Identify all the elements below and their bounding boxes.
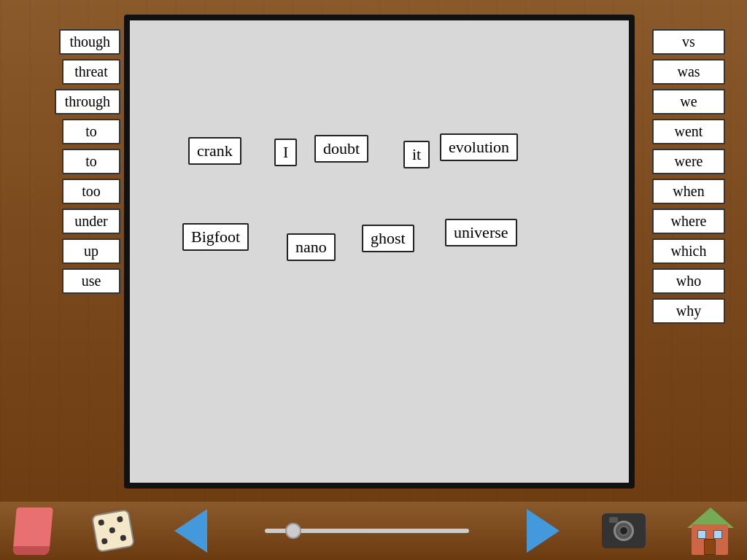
dot3 xyxy=(109,527,115,534)
camera-lens xyxy=(614,521,634,541)
camera-button[interactable] xyxy=(602,513,646,548)
camera-lens-inner xyxy=(619,526,629,536)
tile-I[interactable]: I xyxy=(274,139,297,166)
right-word-was[interactable]: was xyxy=(652,59,725,85)
right-word-went[interactable]: went xyxy=(652,119,725,144)
house-body xyxy=(692,524,728,555)
main-board: crank I doubt it evolution Bigfoot nano … xyxy=(124,15,635,489)
arrow-left-button[interactable] xyxy=(174,509,207,553)
tile-crank[interactable]: crank xyxy=(188,137,241,165)
left-word-under[interactable]: under xyxy=(62,209,120,234)
right-word-why[interactable]: why xyxy=(652,298,725,324)
camera-flash xyxy=(609,517,618,523)
right-word-which[interactable]: which xyxy=(652,238,725,264)
tile-bigfoot[interactable]: Bigfoot xyxy=(182,223,249,251)
right-word-were[interactable]: were xyxy=(652,149,725,174)
dot5 xyxy=(120,534,126,541)
slider-thumb[interactable] xyxy=(285,523,301,539)
speed-slider[interactable] xyxy=(265,529,469,533)
dot4 xyxy=(101,538,107,545)
left-word-to2[interactable]: to xyxy=(62,149,120,174)
left-word-through[interactable]: through xyxy=(55,89,120,114)
house-door xyxy=(704,539,716,555)
right-word-list: vs was we went were when where which who… xyxy=(652,29,740,324)
right-word-who[interactable]: who xyxy=(652,268,725,294)
left-word-threat[interactable]: threat xyxy=(62,59,120,85)
dot1 xyxy=(98,519,104,526)
right-word-vs[interactable]: vs xyxy=(652,29,725,55)
left-word-to1[interactable]: to xyxy=(62,119,120,144)
home-button[interactable] xyxy=(689,508,732,555)
left-word-too[interactable]: too xyxy=(62,179,120,204)
dice-button[interactable] xyxy=(91,509,135,553)
house-window-right xyxy=(713,530,722,539)
slider-track xyxy=(265,529,469,533)
right-word-we[interactable]: we xyxy=(652,89,725,114)
tile-nano[interactable]: nano xyxy=(287,233,336,261)
eraser-button[interactable] xyxy=(12,508,53,555)
house-window-left xyxy=(697,530,706,539)
tile-doubt[interactable]: doubt xyxy=(314,135,368,163)
left-word-list: though threat through to to too under up… xyxy=(7,29,120,294)
right-word-when[interactable]: when xyxy=(652,179,725,204)
tile-it[interactable]: it xyxy=(403,141,430,168)
tile-ghost[interactable]: ghost xyxy=(362,225,414,252)
arrow-right-button[interactable] xyxy=(527,509,560,553)
bottom-toolbar xyxy=(0,502,747,560)
left-word-use[interactable]: use xyxy=(62,268,120,294)
dot2 xyxy=(116,516,123,522)
left-word-though[interactable]: though xyxy=(59,29,120,55)
tile-evolution[interactable]: evolution xyxy=(440,133,518,161)
right-word-where[interactable]: where xyxy=(652,209,725,234)
left-word-up[interactable]: up xyxy=(62,238,120,264)
tile-universe[interactable]: universe xyxy=(445,219,517,246)
